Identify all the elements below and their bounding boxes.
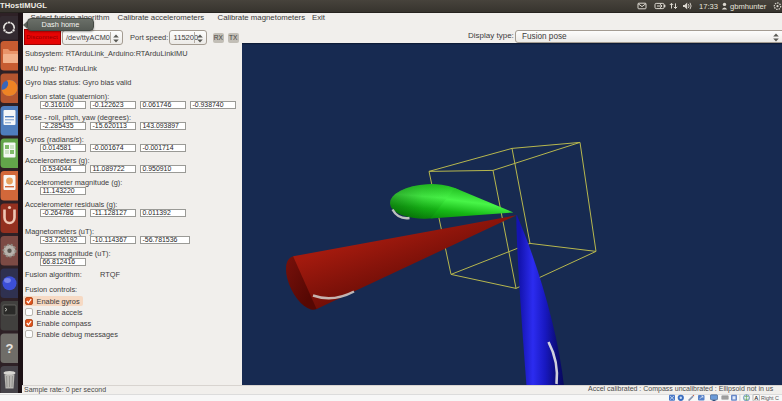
svg-text:17:33: 17:33	[699, 2, 718, 11]
svg-text:gbmhunter: gbmhunter	[730, 2, 767, 11]
svg-text:A: A	[754, 394, 758, 400]
svg-text:Right C: Right C	[761, 394, 779, 400]
svg-text:?: ?	[6, 341, 14, 356]
